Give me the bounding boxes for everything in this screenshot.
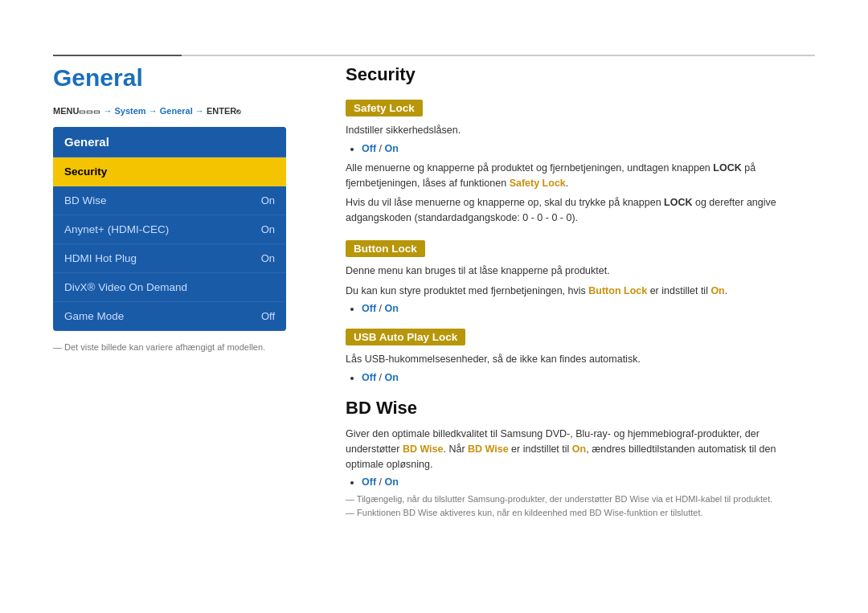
page-title: General [53,64,286,92]
menu-item-value: On [261,252,275,264]
right-column: Security Safety Lock Indstiller sikkerhe… [346,64,815,532]
breadcrumb: MENU▭▭▭ → System → General → ENTER⎋ [53,106,286,116]
menu-item-game-mode[interactable]: Game Mode Off [53,302,286,331]
breadcrumb-system: System [115,106,146,116]
button-lock-section: Button Lock Denne menu kan bruges til at… [346,240,815,315]
breadcrumb-general: General [160,106,193,116]
safety-lock-note2: Hvis du vil låse menuerne og knapperne o… [346,195,815,226]
menu-item-divx[interactable]: DivX® Video On Demand [53,273,286,302]
menu-item-value: On [261,223,275,235]
top-rule-accent [53,55,182,56]
security-title: Security [346,64,815,85]
safety-lock-note1: Alle menuerne og knapperne på produktet … [346,161,815,191]
usb-lock-desc: Lås USB-hukommelsesenheder, så de ikke k… [346,352,815,367]
safety-lock-desc: Indstiller sikkerhedslåsen. [346,123,815,138]
menu-item-label: BD Wise [64,194,107,206]
menu-item-label: Security [64,166,107,178]
left-column: General MENU▭▭▭ → System → General → ENT… [53,64,286,352]
safety-lock-title: Safety Lock [346,100,423,116]
menu-panel-header: General [53,127,286,157]
menu-item-value: On [261,194,275,206]
breadcrumb-enter: ENTER⎋ [207,106,240,116]
bd-wise-note2: Funktionen BD Wise aktiveres kun, når en… [346,508,815,517]
usb-lock-option: Off / On [362,372,815,383]
bd-wise-section: BD Wise Giver den optimale billedkvalite… [346,398,815,517]
arrow-icon: → [103,106,114,116]
button-lock-options: Off / On [362,303,815,314]
button-lock-desc1: Denne menu kan bruges til at låse knappe… [346,264,815,279]
arrow-icon2: → [149,106,160,116]
safety-lock-section: Safety Lock Indstiller sikkerhedslåsen. … [346,100,815,226]
button-lock-desc2: Du kan kun styre produktet med fjernbetj… [346,284,815,299]
menu-panel: General Security BD Wise On Anynet+ (HDM… [53,127,286,331]
usb-lock-title: USB Auto Play Lock [346,329,465,345]
note-text: Det viste billede kan variere afhængigt … [53,342,286,352]
menu-item-hdmi-hot-plug[interactable]: HDMI Hot Plug On [53,244,286,273]
arrow-icon3: → [195,106,207,116]
usb-lock-section: USB Auto Play Lock Lås USB-hukommelsesen… [346,329,815,383]
menu-item-label: Game Mode [64,310,124,322]
bd-wise-note1: Tilgængelig, når du tilslutter Samsung-p… [346,494,815,504]
bd-wise-option: Off / On [362,476,815,488]
button-lock-option: Off / On [362,303,815,314]
menu-item-anynet[interactable]: Anynet+ (HDMI-CEC) On [53,215,286,244]
usb-lock-options: Off / On [362,372,815,383]
menu-item-security[interactable]: Security [53,157,286,186]
menu-item-label: Anynet+ (HDMI-CEC) [64,223,169,235]
menu-item-value: Off [261,310,275,322]
safety-lock-options: Off / On [362,143,815,154]
safety-lock-option: Off / On [362,143,815,154]
bd-wise-options: Off / On [362,476,815,488]
menu-item-label: DivX® Video On Demand [64,281,187,293]
menu-item-bdwise[interactable]: BD Wise On [53,186,286,215]
menu-label: MENU▭▭▭ [53,106,100,116]
button-lock-title: Button Lock [346,240,425,257]
bd-wise-body: Giver den optimale billedkvalitet til Sa… [346,427,815,472]
menu-item-label: HDMI Hot Plug [64,252,137,264]
bd-wise-title: BD Wise [346,398,815,419]
